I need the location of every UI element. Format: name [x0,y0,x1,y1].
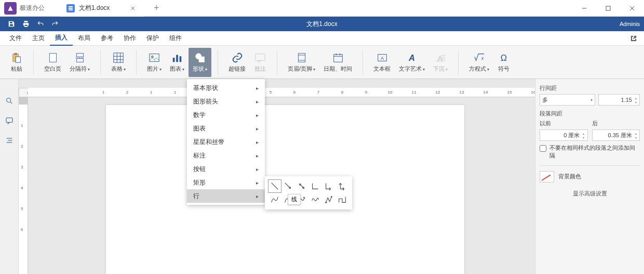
line-shape-polyline[interactable] [336,193,349,206]
hyperlink-button[interactable]: 超链接 [224,48,250,77]
spinner-up[interactable]: ▴ [633,96,638,100]
line-shape-elbow[interactable] [308,179,322,193]
svg-rect-8 [76,54,83,57]
undo-button[interactable] [33,17,48,31]
svg-rect-24 [298,54,305,62]
line-shape-straight[interactable] [268,179,281,193]
line-shape-curve[interactable] [268,193,281,206]
header-footer-button[interactable]: 页眉/页脚▾ [284,48,319,77]
close-button[interactable] [620,0,644,17]
paste-icon [10,51,23,64]
menu-lines[interactable]: 行▸ [187,189,265,203]
tab-file[interactable]: 文件 [4,31,27,46]
table-icon [112,51,125,64]
advanced-settings-link[interactable]: 显示高级设置 [540,190,640,198]
menu-charts[interactable]: 图表▸ [187,122,265,135]
svg-rect-18 [173,58,175,62]
header-footer-icon [296,51,308,64]
menu-tabs: 文件 主页 插入 布局 参考 协作 保护 组件 [0,31,644,46]
shape-icon [194,51,206,64]
para-spacing-label: 段落间距 [540,110,640,118]
menu-math[interactable]: 数学▸ [187,108,265,122]
maximize-button[interactable] [596,0,620,17]
comment-button: 批注 [250,48,271,77]
headings-tool[interactable] [4,135,15,146]
svg-rect-5 [14,53,17,55]
print-button[interactable] [19,17,33,31]
wordart-icon: A [406,51,418,64]
menu-stars-ribbons[interactable]: 星星和丝带▸ [187,135,265,149]
menu-callouts[interactable]: 标注▸ [187,149,265,162]
line-shape-elbow-arrow[interactable] [322,179,336,193]
textbox-button[interactable]: A 文本框 [369,48,395,77]
ribbon: 粘贴 空白页 分隔符▾ 表格▾ 图片▾ 图表▾ 形状▾ [0,46,644,79]
svg-point-41 [6,98,10,102]
svg-rect-9 [76,59,83,62]
paste-button[interactable]: 粘贴 [6,48,27,77]
svg-point-50 [326,202,327,203]
line-shape-arrow[interactable] [281,179,295,193]
tab-protect[interactable]: 保护 [141,31,164,46]
symbol-button[interactable]: Ω 符号 [493,48,514,77]
tab-label: 文档1.docx [79,4,110,12]
before-input[interactable]: 0 厘米 ▴▾ [540,129,588,141]
app-name: 极速办公 [20,4,45,12]
document-tab[interactable]: 文档1.docx × [60,0,143,17]
search-tool[interactable] [4,96,15,106]
line-submenu [265,176,352,210]
line-spacing-type-select[interactable]: 多 ▾ [540,94,595,106]
app-logo [4,2,17,15]
tab-home[interactable]: 主页 [27,31,50,46]
tab-insert[interactable]: 插入 [50,31,73,46]
dropcap-button: A 下沉▾ [429,48,452,77]
line-shape-scribble[interactable] [308,193,322,206]
spinner-down[interactable]: ▾ [633,100,638,104]
line-spacing-value-input[interactable]: 1.15 ▴▾ [598,94,640,106]
line-spacing-label: 行间距 [540,84,640,92]
open-location-button[interactable] [627,32,640,45]
bg-color-swatch[interactable] [540,171,554,182]
save-button[interactable] [4,17,19,31]
svg-line-49 [300,184,304,189]
image-button[interactable]: 图片▾ [143,48,166,77]
new-tab-button[interactable]: + [150,3,164,14]
svg-rect-20 [180,56,182,62]
menu-block-arrows[interactable]: 图形箭头▸ [187,95,265,108]
line-shape-freeform[interactable] [322,193,336,206]
chart-button[interactable]: 图表▾ [166,48,189,77]
tab-close-button[interactable]: × [129,4,137,12]
chart-icon [171,51,183,64]
menu-basic-shapes[interactable]: 基本形状▸ [187,81,265,95]
tab-layout[interactable]: 布局 [73,31,96,46]
svg-rect-27 [333,55,342,62]
tab-component[interactable]: 组件 [164,31,187,46]
date-time-button[interactable]: 日期、时间 [319,48,356,77]
shape-button[interactable]: 形状▾ [189,48,211,77]
menu-rectangles[interactable]: 矩形▸ [187,176,265,189]
minimize-button[interactable] [572,0,596,17]
line-shape-elbow-double-arrow[interactable] [336,179,349,193]
menu-buttons[interactable]: 按钮▸ [187,162,265,176]
no-spacing-checkbox-row: 不要在相同样式的段落之间添加间隔 [540,144,640,160]
blank-page-button[interactable]: 空白页 [40,48,65,77]
separator-icon [74,51,86,64]
tab-reference[interactable]: 参考 [96,31,118,46]
redo-button[interactable] [48,17,62,31]
after-input[interactable]: 0.35 厘米 ▴▾ [592,129,640,141]
line-shape-double-arrow[interactable] [295,179,308,193]
svg-line-42 [10,102,12,103]
vertical-ruler[interactable]: 1 2 3 4 5 6 [19,97,28,274]
table-button[interactable]: 表格▾ [107,48,130,77]
comments-tool[interactable] [4,115,15,126]
separator-button[interactable]: 分隔符▾ [65,48,94,77]
right-panel: 行间距 多 ▾ 1.15 ▴▾ 段落间距 以前 0 厘米 ▴▾ 后 [535,79,644,274]
textbox-icon: A [376,51,388,64]
tab-collab[interactable]: 协作 [118,31,141,46]
no-spacing-checkbox[interactable] [540,145,546,152]
wordart-button[interactable]: A 文字艺术▾ [395,48,429,77]
svg-rect-43 [6,118,12,123]
shape-dropdown-menu: 基本形状▸ 图形箭头▸ 数学▸ 图表▸ 星星和丝带▸ 标注▸ 按钮▸ 矩形▸ 行… [187,79,265,205]
window-controls [572,0,644,17]
horizontal-ruler[interactable]: 1 2 1 1 2 3 4 5 6 7 8 9 10 11 12 13 14 1… [28,88,535,97]
equation-button[interactable]: x 方程式▾ [465,48,493,77]
